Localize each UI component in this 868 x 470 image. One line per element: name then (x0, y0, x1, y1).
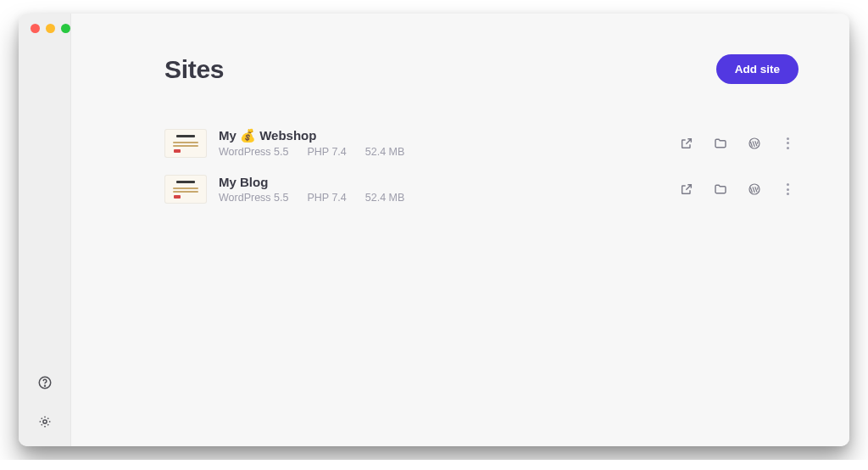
site-size: 52.4 MB (365, 146, 405, 158)
help-icon[interactable] (37, 375, 53, 390)
svg-point-1 (44, 385, 45, 386)
site-info: My Blog WordPress 5.5 PHP 7.4 52.4 MB (219, 175, 668, 204)
main-content: Sites Add site My 💰 Webshop WordPress 5.… (71, 14, 849, 446)
wordpress-icon[interactable] (748, 137, 761, 150)
open-external-icon[interactable] (680, 182, 693, 196)
close-window-button[interactable] (31, 24, 40, 33)
wordpress-icon[interactable] (748, 182, 761, 196)
page-title: Sites (164, 55, 224, 84)
site-name: My Blog (219, 175, 668, 189)
site-actions (680, 135, 793, 152)
more-menu-icon[interactable] (782, 135, 793, 152)
site-meta: WordPress 5.5 PHP 7.4 52.4 MB (219, 192, 668, 204)
open-external-icon[interactable] (680, 137, 693, 150)
site-row[interactable]: My Blog WordPress 5.5 PHP 7.4 52.4 MB (164, 166, 798, 212)
add-site-button[interactable]: Add site (716, 54, 798, 84)
minimize-window-button[interactable] (46, 24, 55, 33)
page-header: Sites Add site (164, 54, 798, 84)
site-actions (680, 181, 793, 198)
sites-list: My 💰 Webshop WordPress 5.5 PHP 7.4 52.4 … (164, 120, 798, 212)
site-thumbnail (164, 129, 207, 158)
site-row[interactable]: My 💰 Webshop WordPress 5.5 PHP 7.4 52.4 … (164, 120, 798, 166)
gear-icon[interactable] (37, 414, 53, 429)
site-thumbnail (164, 175, 207, 204)
sidebar (19, 14, 71, 446)
app-window: Sites Add site My 💰 Webshop WordPress 5.… (19, 14, 849, 446)
more-menu-icon[interactable] (782, 181, 793, 198)
svg-point-2 (42, 420, 46, 423)
site-name: My 💰 Webshop (219, 128, 668, 143)
site-php-version: PHP 7.4 (307, 146, 346, 158)
maximize-window-button[interactable] (61, 24, 70, 33)
site-meta: WordPress 5.5 PHP 7.4 52.4 MB (219, 146, 668, 158)
site-size: 52.4 MB (365, 192, 405, 204)
site-php-version: PHP 7.4 (307, 192, 346, 204)
folder-icon[interactable] (714, 137, 727, 150)
site-info: My 💰 Webshop WordPress 5.5 PHP 7.4 52.4 … (219, 128, 668, 158)
site-wp-version: WordPress 5.5 (219, 192, 288, 204)
window-controls (31, 24, 70, 33)
site-wp-version: WordPress 5.5 (219, 146, 288, 158)
folder-icon[interactable] (714, 182, 727, 196)
